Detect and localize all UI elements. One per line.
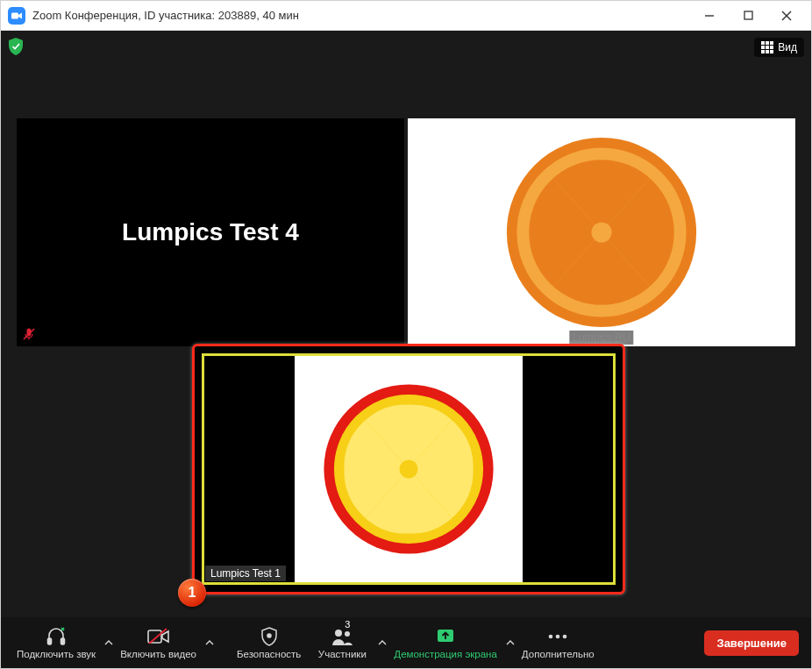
svg-rect-25 <box>48 638 52 644</box>
svg-rect-3 <box>744 11 752 19</box>
security-label: Безопасность <box>237 649 301 659</box>
video-grid: Lumpics Test 4 <box>17 118 795 346</box>
chevron-up-icon[interactable] <box>506 640 515 645</box>
window-controls <box>690 1 806 31</box>
participants-count: 3 <box>345 619 350 630</box>
more-label: Дополнительно <box>522 649 595 659</box>
svg-rect-13 <box>766 50 769 53</box>
start-video-button[interactable]: Включить видео <box>113 617 203 668</box>
svg-point-29 <box>267 634 271 637</box>
minimize-button[interactable] <box>690 1 729 31</box>
view-button[interactable]: Вид <box>754 38 804 57</box>
svg-rect-12 <box>761 50 765 53</box>
share-screen-label: Демонстрация экрана <box>394 649 497 659</box>
end-meeting-button[interactable]: Завершение <box>704 630 799 656</box>
participant-tile-right[interactable]: Lumpics RU <box>408 118 795 346</box>
participant-tile-left[interactable]: Lumpics Test 4 <box>17 118 404 346</box>
chevron-up-icon[interactable] <box>104 640 113 645</box>
start-video-label: Включить видео <box>120 649 196 659</box>
more-icon <box>547 627 568 646</box>
meeting-content: Вид Lumpics Test 4 <box>1 31 811 668</box>
svg-rect-1 <box>11 12 18 18</box>
more-button[interactable]: Дополнительно <box>515 617 602 668</box>
svg-rect-11 <box>770 46 773 49</box>
orange-avatar-icon <box>501 132 702 333</box>
lemon-avatar-icon <box>317 377 501 561</box>
svg-point-33 <box>549 634 553 638</box>
participant-name: Lumpics Test 4 <box>122 218 299 246</box>
chevron-up-icon[interactable] <box>205 640 214 645</box>
active-speaker-tile[interactable]: Lumpics Test 1 <box>192 344 625 594</box>
zoom-icon <box>8 7 25 25</box>
participants-label: Участники <box>318 649 367 659</box>
svg-point-35 <box>563 634 567 638</box>
security-button[interactable]: Безопасность <box>230 617 308 668</box>
join-audio-label: Подключить звук <box>17 649 96 659</box>
app-window: Zoom Конференция, ID участника: 203889, … <box>0 0 812 669</box>
maximize-button[interactable] <box>729 1 767 31</box>
svg-rect-27 <box>148 630 161 643</box>
svg-rect-8 <box>770 41 773 45</box>
svg-rect-26 <box>61 638 65 644</box>
annotation-step-badge: 1 <box>178 579 206 607</box>
svg-point-31 <box>345 631 350 637</box>
svg-point-24 <box>400 460 418 479</box>
shield-icon <box>260 627 278 646</box>
titlebar: Zoom Конференция, ID участника: 203889, … <box>1 1 811 31</box>
svg-rect-6 <box>761 41 765 45</box>
svg-point-34 <box>556 634 560 638</box>
close-button[interactable] <box>767 1 806 31</box>
view-label: Вид <box>778 41 797 53</box>
svg-rect-14 <box>770 50 773 53</box>
grid-icon <box>761 41 773 53</box>
share-screen-button[interactable]: Демонстрация экрана <box>387 617 504 668</box>
meeting-toolbar: Подключить звук Включить видео Безопасно… <box>1 617 811 668</box>
end-meeting-label: Завершение <box>716 637 787 650</box>
svg-rect-7 <box>766 41 769 45</box>
svg-rect-9 <box>761 46 765 49</box>
headphones-icon <box>46 627 67 646</box>
svg-rect-10 <box>766 46 769 49</box>
mic-muted-icon <box>22 327 36 341</box>
window-title: Zoom Конференция, ID участника: 203889, … <box>32 9 690 22</box>
participants-button[interactable]: 3 Участники <box>308 617 376 668</box>
chevron-up-icon[interactable] <box>378 640 387 645</box>
participant-tag: Lumpics RU <box>569 331 633 345</box>
share-screen-icon <box>436 627 455 646</box>
participants-icon <box>331 627 353 646</box>
video-off-icon <box>147 627 170 646</box>
active-speaker-name: Lumpics Test 1 <box>205 566 286 581</box>
svg-point-20 <box>592 223 612 243</box>
join-audio-button[interactable]: Подключить звук <box>10 617 103 668</box>
encryption-badge[interactable] <box>8 38 24 55</box>
svg-point-30 <box>335 630 342 637</box>
